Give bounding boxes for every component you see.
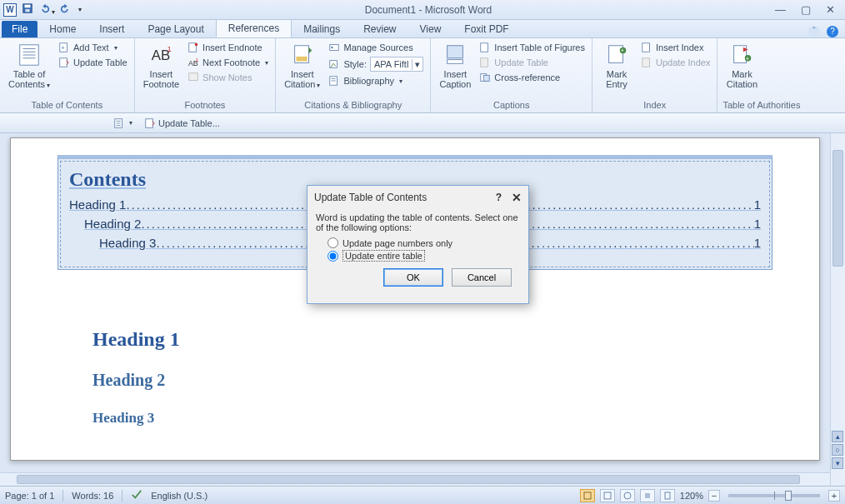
group-index: + Mark Entry Insert Index Update Index I… [592, 38, 718, 112]
tab-insert[interactable]: Insert [88, 21, 136, 37]
svg-rect-19 [296, 57, 307, 62]
minimize-ribbon-icon[interactable]: ˆ [808, 26, 820, 37]
help-icon[interactable]: ? [827, 26, 838, 37]
draft-view-icon[interactable] [660, 489, 675, 502]
cross-reference-button[interactable]: Cross-reference [478, 71, 587, 84]
dialog-title: Update Table of Contents [314, 192, 496, 203]
language-status[interactable]: English (U.S.) [151, 491, 208, 501]
group-title-index: Index [598, 99, 712, 111]
dialog-help-icon[interactable]: ? [496, 192, 502, 203]
save-icon[interactable] [22, 2, 33, 17]
svg-text:1: 1 [168, 45, 172, 53]
svg-rect-44 [146, 118, 153, 127]
svg-text:+: + [746, 55, 750, 62]
tab-view[interactable]: View [408, 21, 453, 37]
heading-2[interactable]: Heading 2 [92, 371, 738, 390]
tab-foxit[interactable]: Foxit PDF [452, 21, 520, 37]
window-title: Document1 - Microsoft Word [82, 4, 775, 16]
svg-rect-45 [584, 492, 591, 499]
style-combo[interactable]: Style: APA Fiftl▾ [327, 56, 425, 72]
group-title-toc: Table of Contents [5, 99, 129, 111]
next-footnote-button[interactable]: AB1Next Footnote▾ [186, 56, 270, 69]
add-text-button[interactable]: +Add Text▾ [57, 41, 129, 54]
insert-footnote-button[interactable]: AB1 Insert Footnote [140, 41, 182, 91]
svg-rect-1 [25, 5, 31, 8]
insert-index-button[interactable]: Insert Index [639, 41, 712, 54]
proofing-icon[interactable] [131, 489, 142, 502]
cancel-button[interactable]: Cancel [452, 268, 512, 287]
insert-endnote-button[interactable]: Insert Endnote [186, 41, 270, 54]
tab-mailings[interactable]: Mailings [292, 21, 352, 37]
table-of-contents-button[interactable]: Table of Contents▾ [5, 41, 53, 92]
toc-context-toolbar: ▾ Update Table... [0, 113, 845, 133]
mark-entry-button[interactable]: + Mark Entry [598, 41, 636, 91]
toc-dropdown-button[interactable]: ▾ [110, 116, 136, 131]
group-title-citations: Citations & Bibliography [281, 99, 425, 111]
page-status[interactable]: Page: 1 of 1 [5, 491, 54, 501]
svg-rect-10 [60, 58, 68, 67]
manage-sources-button[interactable]: Manage Sources [327, 41, 425, 54]
word-icon: W [3, 3, 17, 17]
horizontal-scrollbar[interactable] [0, 472, 830, 486]
dialog-message: Word is updating the table of contents. … [316, 212, 520, 232]
tab-file[interactable]: File [2, 21, 38, 37]
zoom-level[interactable]: 120% [680, 491, 703, 501]
quick-access-toolbar: W ▾ ▾ [0, 2, 82, 17]
redo-icon[interactable] [60, 2, 72, 17]
svg-rect-51 [665, 492, 670, 499]
insert-tof-button[interactable]: Insert Table of Figures [478, 41, 587, 54]
heading-3[interactable]: Heading 3 [92, 410, 738, 427]
minimize-button[interactable]: — [775, 3, 786, 16]
group-title-toa: Table of Authorities [722, 99, 800, 111]
group-toc: Table of Contents▾ +Add Text▾ Update Tab… [0, 38, 135, 112]
insert-caption-button[interactable]: Insert Caption [436, 41, 474, 91]
mark-citation-button[interactable]: + Mark Citation [722, 41, 761, 91]
browse-object-icon[interactable]: ○ [832, 444, 843, 456]
zoom-out-button[interactable]: − [708, 490, 720, 502]
svg-rect-36 [642, 58, 650, 67]
ok-button[interactable]: OK [383, 268, 443, 287]
option-page-numbers[interactable]: Update page numbers only [328, 237, 520, 248]
svg-point-21 [332, 47, 334, 49]
svg-rect-46 [604, 492, 611, 499]
show-notes-button: Show Notes [186, 71, 270, 84]
ribbon: Table of Contents▾ +Add Text▾ Update Tab… [0, 38, 845, 113]
update-tof-button: Update Table [478, 56, 587, 69]
next-page-icon[interactable]: ▾ [832, 457, 843, 469]
tab-references[interactable]: References [216, 19, 292, 37]
svg-text:+: + [621, 47, 625, 54]
tab-review[interactable]: Review [352, 21, 408, 37]
scrollbar-thumb[interactable] [17, 475, 800, 484]
close-button[interactable]: ✕ [826, 3, 835, 16]
undo-icon[interactable]: ▾ [38, 2, 55, 17]
option-entire-table[interactable]: Update entire table [328, 250, 520, 262]
dialog-close-icon[interactable]: ✕ [512, 191, 522, 204]
dropdown-arrow-icon[interactable]: ▾ [50, 8, 55, 16]
tab-page-layout[interactable]: Page Layout [136, 21, 215, 37]
zoom-in-button[interactable]: + [828, 490, 840, 502]
zoom-slider[interactable] [728, 494, 820, 497]
heading-1[interactable]: Heading 1 [92, 328, 738, 351]
outline-view-icon[interactable] [640, 489, 655, 502]
print-layout-view-icon[interactable] [580, 489, 595, 502]
group-toa: + Mark Citation Table of Authorities [718, 38, 805, 112]
titlebar: W ▾ ▾ Document1 - Microsoft Word — ▢ ✕ [0, 0, 845, 20]
update-table-toolbar-button[interactable]: Update Table... [141, 116, 223, 131]
word-count[interactable]: Words: 16 [72, 491, 113, 501]
status-bar: Page: 1 of 1 Words: 16 English (U.S.) 12… [0, 486, 845, 504]
svg-text:1: 1 [196, 57, 199, 62]
scrollbar-thumb[interactable] [832, 150, 843, 267]
svg-text:+: + [62, 45, 65, 51]
svg-point-47 [624, 492, 631, 499]
insert-citation-button[interactable]: Insert Citation▾ [281, 41, 323, 92]
web-layout-view-icon[interactable] [620, 489, 635, 502]
prev-page-icon[interactable]: ▴ [832, 431, 843, 442]
maximize-button[interactable]: ▢ [801, 3, 811, 16]
zoom-handle[interactable] [785, 491, 792, 501]
svg-rect-2 [25, 9, 29, 12]
update-index-button: Update Index [639, 56, 712, 69]
update-table-button[interactable]: Update Table [57, 56, 129, 69]
full-screen-view-icon[interactable] [600, 489, 615, 502]
bibliography-button[interactable]: Bibliography▾ [327, 74, 425, 87]
tab-home[interactable]: Home [38, 21, 88, 37]
